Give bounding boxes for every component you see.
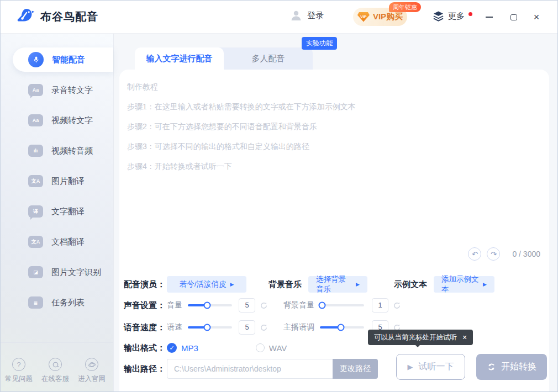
bgm-value: 选择背景音乐 xyxy=(316,274,352,294)
change-path-button[interactable]: 更改路径 xyxy=(333,359,378,379)
rate-label: 语速 xyxy=(167,322,182,332)
maximize-icon xyxy=(510,14,517,20)
tooltip-text: 可以从当前光标处开始试听 xyxy=(374,333,457,342)
text-input-area[interactable]: 制作教程 步骤1：在这里输入或者粘贴需要转换的文字或在下方添加示例文本 步骤2：… xyxy=(119,70,549,263)
sidebar-item-task-list[interactable]: ≣ 任务列表 xyxy=(13,290,113,315)
sample-text-picker[interactable]: 添加示例文本 ▶ xyxy=(434,276,494,293)
tooltip-close-icon[interactable]: × xyxy=(462,333,467,342)
output-format-label: 输出格式： xyxy=(124,343,167,353)
maximize-button[interactable] xyxy=(507,10,520,24)
wav-label: WAV xyxy=(269,343,287,353)
placeholder-title: 制作教程 xyxy=(127,82,540,91)
bgm-label: 背景音乐 xyxy=(269,279,302,290)
volume-reset-icon[interactable] xyxy=(260,301,268,310)
caret-right-icon: ▶ xyxy=(230,282,234,287)
sidebar-footer: ? 常见问题 在线客服 进入官网 xyxy=(1,358,110,384)
voice-actor-picker[interactable]: 若兮/活泼俏皮 ▶ xyxy=(167,276,246,293)
sidebar-item-label: 录音转文字 xyxy=(51,85,93,96)
undo-button[interactable]: ↶ xyxy=(468,247,481,261)
sidebar-item-ocr[interactable]: ◪ 图片文字识别 xyxy=(13,260,113,284)
placeholder-step: 步骤2：可在下方选择您想要的不同语音配置和背景音乐 xyxy=(127,122,540,131)
login-button[interactable]: 登录 xyxy=(290,9,324,22)
convert-label: 开始转换 xyxy=(501,361,536,373)
customer-service-label: 在线客服 xyxy=(41,374,69,384)
char-counter: 0 / 3000 xyxy=(512,250,540,258)
document-translate-icon: 文A xyxy=(28,236,43,248)
tab-multi-voice[interactable]: 多人配音 xyxy=(224,47,313,70)
editor-footer: ↶ ↷ 0 / 3000 xyxy=(468,247,540,261)
sidebar-item-label: 图片翻译 xyxy=(51,176,85,187)
placeholder-step: 步骤3：可选择不同的输出的格式和自定义输出的路径 xyxy=(127,142,540,151)
rate-reset-icon[interactable] xyxy=(260,324,268,332)
radio-checked-icon: ✓ xyxy=(167,343,177,353)
sidebar-item-text-translate[interactable]: 译 文字翻译 xyxy=(13,199,113,224)
sidebar-item-smart-dubbing[interactable]: 智能配音 xyxy=(13,47,113,72)
tone-slider[interactable] xyxy=(320,326,364,329)
sidebar-item-label: 视频转文字 xyxy=(51,115,93,126)
vip-label: VIP购买 xyxy=(373,12,403,22)
play-icon: ▶ xyxy=(408,363,413,371)
official-site-label: 进入官网 xyxy=(78,374,106,384)
preview-button[interactable]: ▶ 试听一下 xyxy=(396,354,465,380)
microphone-icon xyxy=(28,52,44,67)
slider-handle[interactable] xyxy=(319,302,326,309)
sidebar-item-label: 文档翻译 xyxy=(51,237,85,247)
sound-settings-label: 声音设置： xyxy=(124,300,167,311)
format-option-wav[interactable]: WAV xyxy=(256,343,287,353)
placeholder-step: 步骤4：开始转换或者试听一下 xyxy=(127,162,540,171)
sidebar-divider xyxy=(1,342,113,343)
slider-handle[interactable] xyxy=(204,302,211,309)
faq-label: 常见问题 xyxy=(5,374,33,384)
customer-service-link[interactable]: 在线客服 xyxy=(41,358,69,384)
sidebar-item-video-to-audio[interactable]: ılı 视频转音频 xyxy=(13,139,113,163)
preview-label: 试听一下 xyxy=(419,361,454,373)
rate-slider[interactable] xyxy=(188,326,232,329)
layers-icon xyxy=(433,10,444,22)
sidebar-item-audio-to-text[interactable]: Aa 录音转文字 xyxy=(13,78,113,102)
more-label: 更多 xyxy=(448,10,465,22)
bg-volume-label: 背景音量 xyxy=(283,300,314,310)
sidebar-item-image-translate[interactable]: 文A 图片翻译 xyxy=(13,169,113,193)
top-bar: 布谷鸟配音 登录 VIP VIP购买 周年钜惠 更多 × xyxy=(1,1,557,34)
more-menu-button[interactable]: 更多 xyxy=(433,10,472,22)
rate-value[interactable]: 5 xyxy=(239,320,255,335)
content-card: 制作教程 步骤1：在这里输入或者粘贴需要转换的文字或在下方添加示例文本 步骤2：… xyxy=(119,70,549,392)
radio-unchecked-icon xyxy=(256,343,265,352)
official-site-link[interactable]: 进入官网 xyxy=(78,358,106,384)
bg-volume-slider[interactable] xyxy=(320,304,364,306)
format-option-mp3[interactable]: ✓ MP3 xyxy=(167,343,198,353)
tone-label: 主播语调 xyxy=(283,322,314,332)
sidebar-item-doc-translate[interactable]: 文A 文档翻译 xyxy=(13,230,113,254)
tab-text-dubbing[interactable]: 输入文字进行配音 xyxy=(135,47,224,70)
volume-value[interactable]: 5 xyxy=(239,298,255,312)
redo-icon: ↷ xyxy=(491,250,497,258)
minimize-button[interactable] xyxy=(482,10,496,24)
speech-speed-row: 语音速度： 语速 5 主播语调 5 xyxy=(124,320,401,335)
task-list-icon: ≣ xyxy=(28,296,43,309)
video-to-text-icon: Aa xyxy=(28,114,43,126)
image-translate-icon: 文A xyxy=(28,175,43,187)
convert-icon xyxy=(487,362,496,372)
output-format-row: 输出格式： ✓ MP3 WAV xyxy=(124,342,287,353)
speech-to-text-icon: Aa xyxy=(28,84,43,96)
close-button[interactable]: × xyxy=(530,10,543,24)
globe-icon xyxy=(85,358,98,371)
caret-right-icon: ▶ xyxy=(356,282,360,287)
voice-actor-row: 配音演员： 若兮/活泼俏皮 ▶ 背景音乐 选择背景音乐 ▶ 示例文本 添加示例文… xyxy=(124,276,494,293)
bg-volume-value[interactable]: 1 xyxy=(372,298,388,312)
faq-link[interactable]: ? 常见问题 xyxy=(5,358,33,384)
output-path-input[interactable] xyxy=(167,359,333,379)
app-title: 布谷鸟配音 xyxy=(40,9,98,24)
redo-button[interactable]: ↷ xyxy=(487,247,500,261)
main-area: 输入文字进行配音 多人配音 实验功能 制作教程 步骤1：在这里输入或者粘贴需要转… xyxy=(114,34,557,391)
sidebar-item-video-to-text[interactable]: Aa 视频转文字 xyxy=(13,108,113,133)
volume-slider[interactable] xyxy=(188,304,232,306)
start-convert-button[interactable]: 开始转换 xyxy=(476,354,547,380)
bgm-picker[interactable]: 选择背景音乐 ▶ xyxy=(308,276,367,293)
slider-handle[interactable] xyxy=(337,324,344,331)
app-logo: 布谷鸟配音 xyxy=(15,7,98,26)
sidebar-item-label: 任务列表 xyxy=(51,298,85,308)
voice-actor-value: 若兮/活泼俏皮 xyxy=(180,279,227,289)
slider-handle[interactable] xyxy=(204,324,211,331)
bg-volume-reset-icon[interactable] xyxy=(393,301,401,310)
